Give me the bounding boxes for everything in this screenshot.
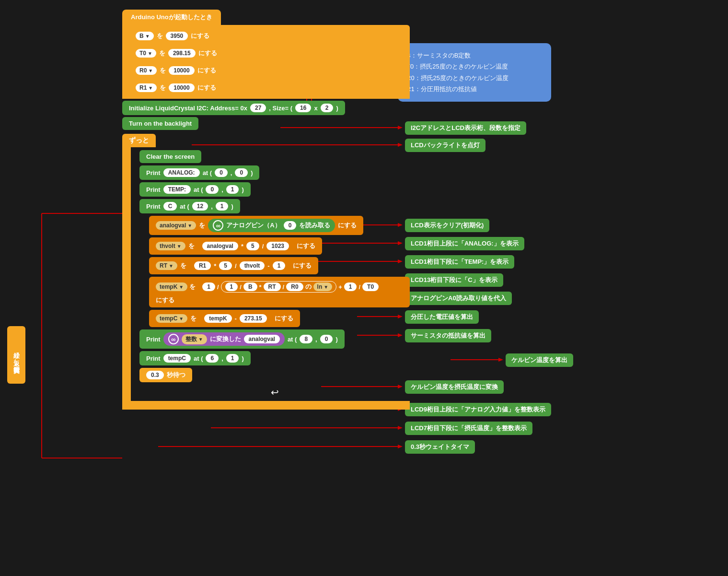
var-tempk[interactable]: tempK ▼ [156,282,187,291]
rt-row: RT ▼ を R1 * 5 / thvolt - 1 にする [139,257,410,274]
const-t0-block: T0 ▼ を 298.15 にする [129,46,224,60]
infinity-icon-2: ∞ [168,334,179,344]
int-analogval: analogval [244,335,280,343]
print-tempc-val: tempC [163,354,191,363]
lcd-init-text: Initialize LiquidCrystal I2C: Address= 0… [129,105,247,112]
loop-body: Clear the screen Print ANALOG: at ( 0 , … [122,147,410,410]
tempk-expr: 1 / 1 / B * RT / R0 の ln ▼ [197,280,383,294]
const-r1-row: R1 ▼ を 10000 にする [129,81,403,95]
program-start-label: Arduino Unoが起動したとき [131,13,212,22]
svg-marker-37 [398,426,403,430]
print-tempc-y: 1 [226,354,239,363]
print-temp-y: 1 [226,185,239,194]
tempk-1a: 1 [202,282,215,291]
rt-r1: R1 [194,261,211,270]
info-line4: R1：分圧用抵抗の抵抗値 [406,83,543,94]
repeat-label-container: 繰り返し実行範囲 [7,326,25,384]
main-container: プログラム開始条件 B：サーミスタのB定数 T0：摂氏25度のときのケルビン温度… [5,5,723,571]
constants-body: B ▼ を 3950 にする T0 ▼ を 298.15 にする R0 ▼ [122,25,410,99]
flow-content: Arduino Unoが起動したとき B ▼ を 3950 にする T0 ▼ を… [122,10,410,410]
print-analog-row: Print ANALOG: at ( 0 , 0 ) [139,165,410,180]
tempk-t0: T0 [362,282,379,291]
var-r0-dropdown[interactable]: R0 ▼ [136,66,157,75]
int-convert-block: ∞ 整数 ▼ に変換した analogval [163,332,285,346]
const-r1-block: R1 ▼ を 10000 にする [129,81,223,95]
var-analogval[interactable]: analogval ▼ [156,221,196,230]
thvolt-row: thvolt ▼ を analogval * 5 / 1023 にする [139,237,410,255]
info-line3: R0：摂氏25度のときのケルビン温度 [406,72,543,83]
thvolt-val1: 5 [246,242,259,250]
print-analogval-row: Print ∞ 整数 ▼ に変換した analogval at ( 8 , 0 … [139,329,410,349]
var-tempc[interactable]: tempC ▼ [156,314,187,323]
lcd-cols: 16 [295,104,311,112]
const-r0-block: R0 ▼ を 10000 にする [129,63,223,78]
lcd-address: 27 [250,104,266,112]
print-tempc-x: 6 [206,354,219,363]
tempk-r0: R0 [286,282,303,291]
thvolt-expr: analogval * 5 / 1023 [197,240,294,252]
analog-pin-num: 0 [284,221,297,230]
val-10000-r0: 10000 [169,66,194,75]
print-c-y: 1 [216,202,229,211]
clear-label: LCD表示をクリア(初期化) [405,219,489,232]
lcd-init-row: Initialize LiquidCrystal I2C: Address= 0… [122,101,410,115]
rt-1: 1 [273,261,286,270]
wait-block: 0.3 秒待つ [139,368,192,382]
rt-thvolt: thvolt [240,261,265,270]
thvolt-label: 分圧した電圧値を算出 [405,310,479,324]
print-c-block: Print C at ( 12 , 1 ) [139,199,240,213]
rt-expr: R1 * 5 / thvolt - 1 [189,260,290,271]
print-av-y: 0 [320,335,333,343]
tempk-inner: 1 / B * RT / R0 の ln ▼ [221,281,337,293]
print-tempc-block: Print tempC at ( 6 , 1 ) [139,351,251,365]
wait-unit: 秒待つ [167,371,185,379]
tempc-row: tempC ▼ を tempK - 273.15 にする [139,310,410,327]
svg-marker-39 [398,445,403,448]
wait-row: 0.3 秒待つ [139,368,410,382]
analogval-row: analogval ▼ を ∞ アナログピン（A） 0 を読み取る にする [139,216,410,235]
rt-block: RT ▼ を R1 * 5 / thvolt - 1 にする [149,257,318,274]
val-3950: 3950 [166,32,188,40]
var-t0-dropdown[interactable]: T0 ▼ [136,49,156,58]
lcd-init-block: Initialize LiquidCrystal I2C: Address= 0… [122,101,345,115]
loop-section: ずっと Clear the screen Print ANALOG: at ( [122,134,410,410]
print-analogval-block: Print ∞ 整数 ▼ に変換した analogval at ( 8 , 0 … [139,329,345,349]
print-c-label: LCD13桁目下段に「C」を表示 [405,273,503,287]
backlight-block: Turn on the backlight [122,117,198,130]
thvolt-block: thvolt ▼ を analogval * 5 / 1023 にする [149,237,322,255]
const-r0-row: R0 ▼ を 10000 にする [129,63,403,78]
lcd-init-label: I2CアドレスとLCD表示桁、段数を指定 [405,121,526,135]
infinity-icon: ∞ [213,220,223,231]
print-analog-y: 0 [235,168,248,177]
lcd-rows: 2 [321,104,334,112]
print-c-row: Print C at ( 12 , 1 ) [139,199,410,213]
rt-label: サーミスタの抵抗値を算出 [405,329,491,342]
wait-time: 0.3 [146,371,164,379]
tempk-1c: 1 [344,282,357,291]
print-temp-block: Print TEMP: at ( 0 , 1 ) [139,182,251,197]
const-t0-row: T0 ▼ を 298.15 にする [129,46,403,60]
tempc-label: ケルビン温度を摂氏温度に変換 [405,380,504,394]
const-b-row: B ▼ を 3950 にする [129,29,403,43]
print-temp-label: LCD1桁目下段に「TEMP:」を表示 [405,255,514,269]
backlight-text: Turn on the backlight [129,120,192,127]
print-c-x: 12 [192,202,208,211]
tempk-block: tempK ▼ を 1 / 1 / B * RT / [149,277,410,307]
var-r1-dropdown[interactable]: R1 ▼ [136,83,157,92]
tempc-tempk: tempK [204,314,231,323]
tempk-rt: RT [264,282,281,291]
tempk-label: ケルビン温度を算出 [506,353,573,367]
int-dropdown[interactable]: 整数 ▼ [182,334,207,344]
var-thvolt[interactable]: thvolt ▼ [156,242,185,250]
ln-dropdown[interactable]: ln ▼ [313,282,333,291]
wait-label: 0.3秒ウェイトタイマ [405,440,475,454]
analogval-label: アナログピンA0読み取り値を代入 [405,292,512,305]
thvolt-val2: 1023 [266,242,289,250]
print-temp-x: 0 [206,185,219,194]
val-10000-r1: 10000 [169,83,194,92]
const-b-block: B ▼ を 3950 にする [129,29,216,43]
clear-text: Clear the screen [146,153,195,160]
var-rt[interactable]: RT ▼ [156,261,177,270]
print-analog-val: ANALOG: [163,168,200,177]
var-b-dropdown[interactable]: B ▼ [136,32,154,40]
